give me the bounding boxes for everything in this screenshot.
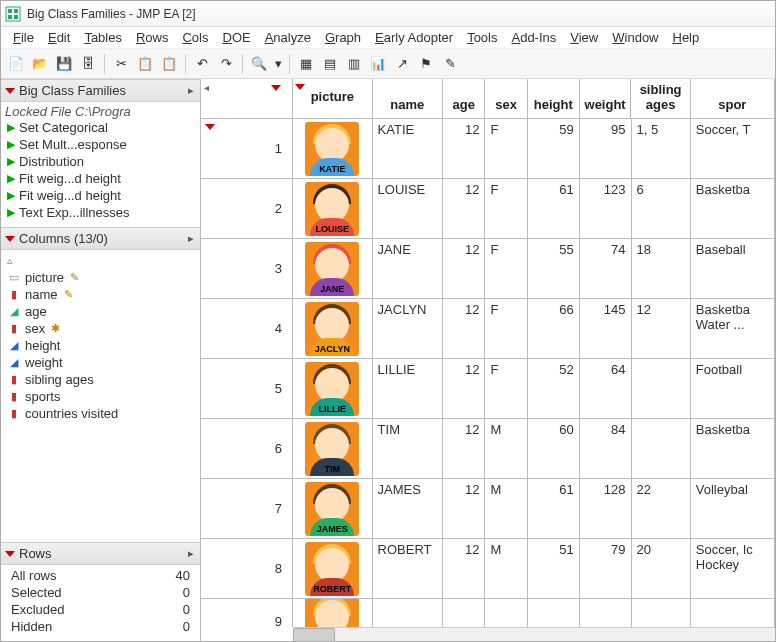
script-label: Fit weig...d height xyxy=(19,171,121,186)
avatar: ROBERT xyxy=(305,542,359,596)
menu-tools[interactable]: Tools xyxy=(461,28,503,47)
menu-graph[interactable]: Graph xyxy=(319,28,367,47)
row-number[interactable]: 8 xyxy=(201,539,292,599)
row-number[interactable]: 9 xyxy=(201,599,292,641)
avatar: LOUISE xyxy=(305,182,359,236)
columns-panel-body: ▵ ▭picture✎▮name✎◢age▮sex✱◢height◢weight… xyxy=(1,250,200,542)
table-icon[interactable]: ▦ xyxy=(295,53,317,75)
red-triangle-icon[interactable] xyxy=(5,551,15,557)
table-row[interactable]: LOUISELOUISE12F611236Basketba xyxy=(293,179,775,239)
table-row[interactable]: JACLYNJACLYN12F6614512Basketba Water ... xyxy=(293,299,775,359)
cut-icon[interactable]: ✂ xyxy=(110,53,132,75)
copy-icon[interactable]: 📋 xyxy=(134,53,156,75)
script-item[interactable]: ▶Text Exp...illnesses xyxy=(5,204,196,221)
cell-sib: 1, 5 xyxy=(632,119,691,178)
menu-file[interactable]: File xyxy=(7,28,40,47)
app-icon xyxy=(5,6,21,22)
saveas-icon[interactable]: 🗄 xyxy=(77,53,99,75)
row-number[interactable]: 6 xyxy=(201,419,292,479)
script-item[interactable]: ▶Fit weig...d height xyxy=(5,170,196,187)
horizontal-scrollbar[interactable] xyxy=(293,627,775,641)
rows-panel-header[interactable]: Rows xyxy=(1,542,200,565)
table-row[interactable]: JANEJANE12F557418Baseball xyxy=(293,239,775,299)
row-number[interactable]: 5 xyxy=(201,359,292,419)
fit-icon[interactable]: ↗ xyxy=(391,53,413,75)
grid-icon[interactable]: ▤ xyxy=(319,53,341,75)
column-item-age[interactable]: ◢age xyxy=(5,303,196,320)
table-panel-header[interactable]: Big Class Families xyxy=(1,79,200,102)
cell-sport: Volleybal xyxy=(691,479,775,538)
col-header-age[interactable]: age xyxy=(443,79,485,118)
menu-edit[interactable]: Edit xyxy=(42,28,76,47)
header-red-triangle-icon[interactable] xyxy=(295,84,305,90)
row-number[interactable]: 3 xyxy=(201,239,292,299)
col-header-sex[interactable]: sex xyxy=(485,79,527,118)
undo-icon[interactable]: ↶ xyxy=(191,53,213,75)
column-item-picture[interactable]: ▭picture✎ xyxy=(5,269,196,286)
menu-cols[interactable]: Cols xyxy=(176,28,214,47)
menu-early-adopter[interactable]: Early Adopter xyxy=(369,28,459,47)
flag-icon[interactable]: ⚑ xyxy=(415,53,437,75)
column-item-height[interactable]: ◢height xyxy=(5,337,196,354)
row-number[interactable]: 7 xyxy=(201,479,292,539)
rowstat-hidden[interactable]: Hidden0 xyxy=(5,618,196,635)
columns-panel-header[interactable]: Columns (13/0) xyxy=(1,227,200,250)
row-number[interactable]: 2 xyxy=(201,179,292,239)
red-triangle-icon[interactable] xyxy=(5,88,15,94)
paste-icon[interactable]: 📋 xyxy=(158,53,180,75)
menu-rows[interactable]: Rows xyxy=(130,28,175,47)
save-icon[interactable]: 💾 xyxy=(53,53,75,75)
rowstat-excluded[interactable]: Excluded0 xyxy=(5,601,196,618)
cell-sport: Soccer, T xyxy=(691,119,775,178)
dropdown-icon[interactable]: ▾ xyxy=(272,53,284,75)
grid-body[interactable]: KATIEKATIE12F59951, 5Soccer, TLOUISELOUI… xyxy=(293,119,775,627)
column-item-weight[interactable]: ◢weight xyxy=(5,354,196,371)
table-row[interactable]: LILLIELILLIE12F5264Football xyxy=(293,359,775,419)
redo-icon[interactable]: ↷ xyxy=(215,53,237,75)
search-icon[interactable]: 🔍 xyxy=(248,53,270,75)
menu-help[interactable]: Help xyxy=(667,28,706,47)
table-row[interactable]: KATIEKATIE12F59951, 5Soccer, T xyxy=(293,119,775,179)
column-search-icon[interactable]: ▵ xyxy=(5,252,196,269)
col-header-name[interactable]: name xyxy=(373,79,443,118)
script-item[interactable]: ▶Fit weig...d height xyxy=(5,187,196,204)
col-header-sibling-ages[interactable]: sibling ages xyxy=(631,79,690,118)
menu-analyze[interactable]: Analyze xyxy=(259,28,317,47)
row-number[interactable]: 4 xyxy=(201,299,292,359)
column-item-name[interactable]: ▮name✎ xyxy=(5,286,196,303)
rowstat-all-rows[interactable]: All rows40 xyxy=(5,567,196,584)
column-item-sports[interactable]: ▮sports xyxy=(5,388,196,405)
columns-count: Columns (13/0) xyxy=(19,231,108,246)
table-row[interactable]: JAMESJAMES12M6112822Volleybal xyxy=(293,479,775,539)
new-icon[interactable]: 📄 xyxy=(5,53,27,75)
column-item-sex[interactable]: ▮sex✱ xyxy=(5,320,196,337)
col-header-height[interactable]: height xyxy=(528,79,580,118)
script-item[interactable]: ▶Distribution xyxy=(5,153,196,170)
column-item-sibling-ages[interactable]: ▮sibling ages xyxy=(5,371,196,388)
script-item[interactable]: ▶Set Mult...esponse xyxy=(5,136,196,153)
cell-sib: 6 xyxy=(632,179,691,238)
data-grid-pane: ◂ picturenameagesexheightweightsibling a… xyxy=(201,79,775,641)
table-row[interactable]: ROBERTROBERT12M517920Soccer, Ic Hockey xyxy=(293,539,775,599)
column-item-countries-visited[interactable]: ▮countries visited xyxy=(5,405,196,422)
open-icon[interactable]: 📂 xyxy=(29,53,51,75)
script-icon[interactable]: ✎ xyxy=(439,53,461,75)
rownum-red-triangle-icon[interactable] xyxy=(205,124,215,130)
script-item[interactable]: ▶Set Categorical xyxy=(5,119,196,136)
corner-triangle-icon[interactable]: ◂ xyxy=(204,82,209,93)
corner-red-triangle-icon[interactable] xyxy=(271,85,281,91)
table-row[interactable] xyxy=(293,599,775,627)
menu-view[interactable]: View xyxy=(564,28,604,47)
col-header-spor[interactable]: spor xyxy=(691,79,775,118)
cell-h: 66 xyxy=(528,299,580,358)
menu-tables[interactable]: Tables xyxy=(78,28,128,47)
col-header-weight[interactable]: weight xyxy=(580,79,632,118)
table-row[interactable]: TIMTIM12M6084Basketba xyxy=(293,419,775,479)
chart-icon[interactable]: 📊 xyxy=(367,53,389,75)
menu-add-ins[interactable]: Add-Ins xyxy=(505,28,562,47)
cols-icon[interactable]: ▥ xyxy=(343,53,365,75)
rowstat-selected[interactable]: Selected0 xyxy=(5,584,196,601)
red-triangle-icon[interactable] xyxy=(5,236,15,242)
menu-window[interactable]: Window xyxy=(606,28,664,47)
menu-doe[interactable]: DOE xyxy=(216,28,256,47)
